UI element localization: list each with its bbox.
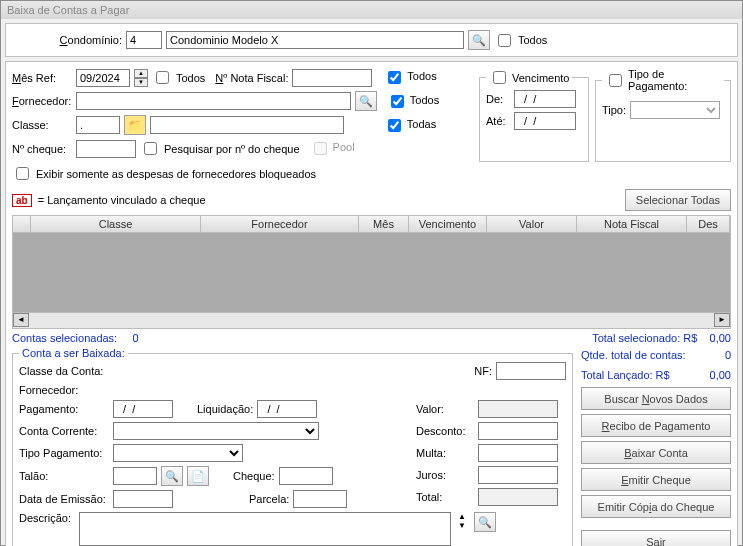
doc-icon[interactable]: 📄: [187, 466, 209, 486]
mes-todos-check[interactable]: [156, 71, 169, 84]
pesq-label: Pesquisar por nº do cheque: [164, 143, 300, 155]
juros-input[interactable]: [478, 466, 558, 484]
desc-textarea[interactable]: [79, 512, 451, 546]
mes-todos-label: Todos: [176, 72, 205, 84]
condo-code-input[interactable]: [126, 31, 162, 49]
recibo-button[interactable]: Recibo de Pagamento: [581, 414, 731, 437]
desconto-input[interactable]: [478, 422, 558, 440]
mesref-label: Mês Ref:: [12, 72, 72, 84]
classe-label: Classe:: [12, 119, 72, 131]
nf-input[interactable]: [496, 362, 566, 380]
ncheque-label: Nº cheque:: [12, 143, 72, 155]
dataem-input[interactable]: [113, 490, 173, 508]
todos-label: Todos: [518, 34, 547, 46]
tipo-select: [630, 101, 720, 119]
cheque-input[interactable]: [279, 467, 333, 485]
valor-input: [478, 400, 558, 418]
binoculars-icon[interactable]: 🔍: [355, 91, 377, 111]
hscrollbar[interactable]: ◄►: [12, 313, 731, 329]
selecionar-todas-button[interactable]: Selecionar Todas: [625, 189, 731, 211]
sair-button[interactable]: Sair: [581, 530, 731, 546]
condo-name-input[interactable]: [166, 31, 464, 49]
detail-fieldset: Conta a ser Baixada: Classe da Conta:NF:…: [12, 347, 573, 546]
grid-body[interactable]: [12, 233, 731, 313]
tipopag-fieldset: Tipo de Pagamento: Tipo:: [595, 68, 731, 162]
todos3-check[interactable]: [391, 95, 404, 108]
exibir-label: Exibir somente as despesas de fornecedor…: [36, 168, 316, 180]
pag-input[interactable]: [113, 400, 173, 418]
legend-text: = Lançamento vinculado a cheque: [38, 194, 206, 206]
liq-input[interactable]: [257, 400, 317, 418]
talao-input[interactable]: [113, 467, 157, 485]
condo-panel: Condomínio: 🔍 Todos: [5, 23, 738, 57]
binoculars-icon[interactable]: 🔍: [468, 30, 490, 50]
todas-check[interactable]: [388, 119, 401, 132]
multa-input[interactable]: [478, 444, 558, 462]
nnota-input[interactable]: [292, 69, 372, 87]
conta-select[interactable]: [113, 422, 319, 440]
ate-input[interactable]: [514, 112, 576, 130]
emitir-copia-button[interactable]: Emitir Cópia do Cheque: [581, 495, 731, 518]
detail-legend: Conta a ser Baixada:: [19, 347, 128, 359]
ncheque-input[interactable]: [76, 140, 136, 158]
contas-sel-label: Contas selecionadas:: [12, 332, 117, 344]
venc-check[interactable]: [493, 71, 506, 84]
mes-down[interactable]: ▼: [134, 78, 148, 87]
forn-label: Fornecedor:: [12, 95, 72, 107]
pool-check: [314, 142, 327, 155]
binoculars-icon[interactable]: 🔍: [161, 466, 183, 486]
grid-header: Classe Fornecedor Mês Vencimento Valor N…: [12, 215, 731, 233]
forn-input[interactable]: [76, 92, 351, 110]
exibir-check[interactable]: [16, 167, 29, 180]
folder-icon[interactable]: 📁: [124, 115, 146, 135]
nnota-label: Nº Nota Fiscal:: [215, 72, 288, 84]
baixar-button[interactable]: Baixar Conta: [581, 441, 731, 464]
binoculars-icon[interactable]: 🔍: [474, 512, 496, 532]
total-sel-label: Total selecionado: R$: [592, 332, 697, 344]
mes-up[interactable]: ▲: [134, 69, 148, 78]
buscar-button[interactable]: Buscar Novos Dados: [581, 387, 731, 410]
venc-fieldset: Vencimento De: Até:: [479, 68, 589, 162]
ab-badge: ab: [12, 194, 32, 207]
window-title: Baixa de Contas a Pagar: [1, 1, 742, 19]
pesq-check[interactable]: [144, 142, 157, 155]
condo-label: Condomínio:: [12, 34, 122, 46]
classe-name-input[interactable]: [150, 116, 344, 134]
total-input: [478, 488, 558, 506]
mesref-input[interactable]: [76, 69, 130, 87]
todos2-check[interactable]: [388, 71, 401, 84]
parcela-input[interactable]: [293, 490, 347, 508]
tipopag-select[interactable]: [113, 444, 243, 462]
tipopag-check[interactable]: [609, 74, 622, 87]
de-input[interactable]: [514, 90, 576, 108]
classe-code-input[interactable]: [76, 116, 120, 134]
todos-checkbox[interactable]: [498, 34, 511, 47]
emitir-cheque-button[interactable]: Emitir Cheque: [581, 468, 731, 491]
